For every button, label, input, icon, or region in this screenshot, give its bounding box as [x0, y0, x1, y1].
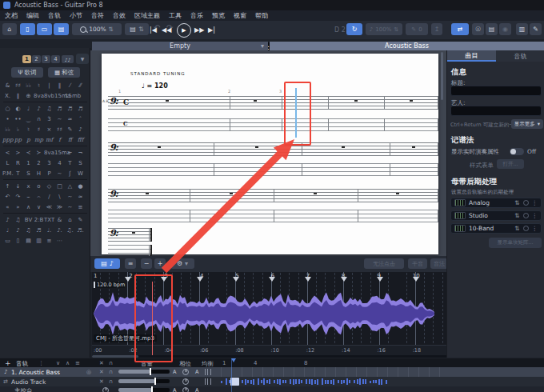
pan-knob[interactable] — [182, 369, 189, 375]
palette-icon-4[interactable]: 8vb — [44, 93, 54, 99]
palette-icon-5[interactable]: ♪. — [54, 227, 65, 234]
volume-slider[interactable] — [118, 379, 170, 383]
go-end-button[interactable]: ▶| — [208, 26, 215, 34]
sync-settings-button[interactable]: ⚙ ▾ — [170, 258, 194, 269]
palette-icon-2[interactable]: ♫ — [23, 227, 34, 234]
palette-icon-1[interactable]: ♫ — [13, 217, 23, 223]
drum-pad-button[interactable]: ◉ — [499, 23, 511, 35]
palette-icon-7[interactable]: ⁄⁄ — [75, 82, 86, 89]
zoom-out-button[interactable]: − — [141, 258, 152, 269]
palette-icon-5[interactable]: 15ma — [54, 150, 65, 156]
palette-icon-1[interactable]: ▯ — [13, 238, 23, 244]
forward-button[interactable]: ▶▶ — [194, 26, 204, 34]
palette-icon-7[interactable]: ♬ — [75, 106, 86, 112]
volume-thumb[interactable] — [154, 378, 156, 385]
bar-number-0[interactable]: 1 — [92, 273, 127, 279]
palette-icon-3[interactable]: ♪ — [34, 106, 44, 112]
master-gain-knob[interactable] — [102, 387, 109, 392]
palette-icon-1[interactable]: R — [13, 160, 23, 166]
tab-song[interactable]: 曲目 — [447, 50, 496, 62]
palette-icon-0[interactable]: ↶ — [2, 194, 13, 200]
palette-icon-2[interactable]: 1 — [23, 160, 34, 166]
lyrics-button[interactable]: Ψ 歌词 — [11, 67, 43, 78]
palette-icon-7[interactable]: ● — [75, 183, 86, 190]
eq-icon[interactable] — [205, 378, 211, 385]
voice-button-1[interactable]: 2 — [32, 55, 41, 63]
metronome-toggle[interactable]: ↥ — [431, 23, 442, 35]
palette-icon-6[interactable]: △ — [65, 183, 75, 190]
palette-icon-0[interactable]: X. — [2, 93, 13, 99]
palette-icon-7[interactable]: W — [75, 170, 86, 177]
menu-item-8[interactable]: 音乐 — [190, 11, 203, 20]
palette-icon-1[interactable]: T — [13, 170, 23, 177]
palette-icon-3[interactable]: ∨ — [34, 204, 44, 210]
palette-icon-4[interactable]: 3 — [44, 160, 54, 166]
palette-icon-2[interactable]: ♩ — [23, 106, 34, 112]
visibility-eye-icon[interactable]: ◎ — [86, 369, 91, 375]
home-button[interactable]: ⌂ — [2, 23, 17, 35]
palette-icon-3[interactable]: ∩ — [34, 116, 44, 122]
palette-icon-3[interactable]: ▥ — [34, 238, 44, 244]
palette-icon-4[interactable]: ♩. — [44, 227, 54, 234]
tracks-menu-icon[interactable]: ⋮ — [38, 360, 44, 366]
palette-icon-7[interactable]: ♪ — [75, 126, 86, 133]
palette-icon-2[interactable]: ♭♭ — [23, 82, 34, 89]
fretboard-button[interactable]: ▥ — [516, 23, 528, 35]
palette-icon-4[interactable]: 3 — [44, 116, 54, 122]
palette-icon-1[interactable]: pp — [13, 137, 23, 143]
palette-icon-5[interactable]: ‖ — [54, 82, 65, 89]
menu-item-5[interactable]: 音效 — [113, 11, 126, 20]
menu-item-3[interactable]: 小节 — [70, 11, 82, 20]
palette-icon-5[interactable]: 4 — [54, 160, 65, 166]
swap-view-button[interactable]: ⇄ — [451, 23, 469, 35]
palette-icon-3[interactable]: ♮ — [34, 82, 44, 89]
pan-automation[interactable]: A — [195, 369, 198, 375]
waveform-scrollbar-thumb[interactable] — [92, 355, 138, 358]
design-mode-button[interactable]: ✎ — [530, 23, 542, 35]
palette-icon-6[interactable]: 15mb — [65, 93, 75, 99]
palette-icon-0[interactable]: ↑ — [2, 183, 13, 190]
expand-icon[interactable]: ∧ — [66, 360, 70, 366]
palette-icon-3[interactable]: ♬ — [34, 227, 44, 234]
layout-selector[interactable]: ▤ ⇅ — [125, 23, 149, 35]
menu-item-10[interactable]: 视窗 — [234, 11, 246, 20]
multivoice-button[interactable]: ♪♪ — [62, 55, 74, 63]
count-in-control[interactable]: ✎ 0 — [406, 23, 428, 35]
palette-icon-0[interactable]: ♪ — [2, 217, 13, 223]
chain-stepper-icon[interactable]: ⇅ — [514, 212, 519, 219]
volume-thumb[interactable] — [150, 368, 151, 375]
menu-item-1[interactable]: 编辑 — [26, 11, 39, 20]
mute-all-icon[interactable]: ✕ — [99, 360, 104, 366]
palette-icon-7[interactable]: ♬. — [75, 227, 86, 234]
palette-icon-4[interactable]: | — [44, 82, 54, 89]
palette-icon-6[interactable]: ⌐ — [65, 150, 75, 156]
pan-knob[interactable] — [182, 387, 189, 392]
title-input[interactable] — [450, 86, 542, 96]
chain-stepper-icon[interactable]: ⇅ — [514, 199, 519, 206]
palette-icon-1[interactable]: •• — [13, 116, 23, 122]
palette-icon-4[interactable]: P — [44, 170, 54, 177]
palette-icon-2[interactable]: ⌣ — [23, 194, 34, 200]
palette-icon-2[interactable]: BV — [23, 217, 34, 223]
palette-icon-1[interactable]: ↷ — [13, 194, 23, 200]
score-scrollbar[interactable] — [441, 52, 443, 100]
list-icon[interactable]: ≡ — [75, 360, 80, 366]
track-row-acoustic-bass[interactable]: ♪ 1. Acoustic Bass ◎ ✕ ∩ A A — [0, 367, 544, 377]
mastering-chain-studio[interactable]: Studio ⇅ ⋮ — [450, 210, 542, 221]
palette-icon-6[interactable]: ≈ — [65, 116, 75, 122]
palette-icon-6[interactable]: ♫. — [65, 227, 75, 234]
voice-button-2[interactable]: 3 — [42, 55, 50, 63]
mute-icon[interactable]: ✕ — [99, 378, 104, 385]
menu-item-6[interactable]: 区域主题 — [134, 11, 160, 20]
palette-icon-0[interactable]: • — [2, 116, 13, 122]
palette-filter-button[interactable]: ▼ — [76, 54, 89, 64]
track-row-audio-track[interactable]: ⇄ Audio Track ✕ ∩ — [0, 377, 544, 386]
no-click-button[interactable]: 无法点击 — [364, 258, 404, 269]
palette-icon-1[interactable]: > — [13, 150, 23, 156]
palette-icon-0[interactable]: P.M. — [2, 170, 13, 177]
palette-icon-5[interactable]: \ — [54, 194, 65, 200]
zoom-in-button[interactable]: + — [154, 258, 166, 269]
palette-icon-4[interactable]: TXT — [44, 217, 54, 223]
score-page[interactable]: STANDARD TUNING ♩ = 120 A.B. 1 2 3 9: C … — [102, 54, 438, 254]
open-style-button[interactable]: 打开... — [497, 159, 524, 169]
